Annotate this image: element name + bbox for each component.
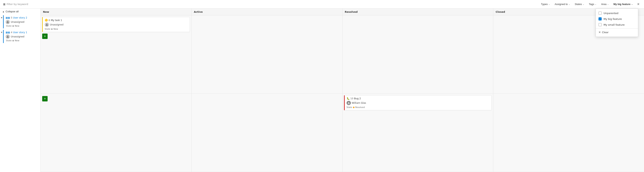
task-title-10: Bug 2 (354, 97, 361, 100)
states-filter-button[interactable]: States ⌄ (573, 2, 586, 6)
task-state-value-6: New (54, 28, 58, 30)
task-card-6[interactable]: 🟡 6 My task 1 Unassigned (42, 17, 190, 32)
toolbar: ▦ Filter by keyword Types ⌄ Assigned to … (0, 0, 644, 8)
story-header-1: ▦▦ 5 User story 2 (6, 16, 37, 19)
story-title-1[interactable]: User story 2 (13, 16, 27, 19)
task-id-10: 10 (350, 97, 353, 100)
tags-filter-button[interactable]: Tags ⌄ (587, 2, 598, 6)
col-header-resolved: Resolved (342, 8, 494, 15)
task-avatar-10 (346, 101, 351, 105)
task-state-value-10: Resolved (355, 106, 365, 109)
col-header-new: New (41, 8, 192, 15)
active-filter-button[interactable]: My big feature ⌄ (612, 2, 635, 6)
dropdown-item-unparented[interactable]: Unparented (596, 10, 638, 16)
clear-button[interactable]: ✕ Clear (596, 29, 638, 35)
my-big-feature-checkbox[interactable]: ✓ (598, 17, 602, 20)
add-card-btn-row1-new[interactable]: + (42, 34, 48, 39)
story-avatar-1 (6, 20, 10, 24)
active-filter-chevron-icon: ⌄ (631, 3, 633, 5)
task-icon-6: 🟡 (45, 19, 48, 22)
clear-x-icon: ✕ (598, 31, 601, 34)
story-assignee-2: Unassigned (6, 34, 37, 39)
my-big-feature-label: My big feature (604, 17, 622, 20)
states-chevron-icon: ⌄ (583, 3, 584, 5)
task-state-dot-10 (353, 107, 354, 108)
board-cell-row2-resolved: 🐛 10 Bug 2 William Glas (342, 94, 494, 172)
clear-label: Clear (602, 31, 608, 34)
story-state-1: State New (6, 25, 37, 27)
story-type-icon-2: ▦▦ (6, 31, 10, 34)
filter-placeholder[interactable]: Filter by keyword (6, 3, 28, 5)
close-filter-button[interactable]: ✕ (636, 1, 641, 7)
tags-chevron-icon: ⌄ (595, 3, 596, 5)
story-assignee-name-1: Unassigned (11, 21, 24, 23)
story-assignee-name-2: Unassigned (11, 35, 24, 38)
task-assignee-10: William Glas (346, 101, 490, 105)
main-area: ▲ Collapse all ▼ ▦▦ 5 User story 2 Unass… (0, 8, 644, 172)
story-state-dot-2 (12, 40, 14, 41)
story-state-dot-1 (12, 25, 14, 27)
types-chevron-icon: ⌄ (548, 3, 550, 5)
toolbar-right: Types ⌄ Assigned to ⌄ States ⌄ Tags ⌄ Ar… (539, 1, 641, 7)
board-cell-row2-new: + (41, 94, 192, 172)
board-row-2: + 🐛 10 Bug 2 (41, 94, 644, 172)
story-state-2: State New (6, 39, 37, 42)
filter-icon: ▦ (3, 3, 6, 5)
my-small-feature-label: My small feature (604, 23, 625, 26)
col-header-active: Active (192, 8, 342, 15)
task-state-6: State New (45, 28, 188, 30)
story-assignee-1: Unassigned (6, 20, 37, 24)
task-assignee-6: Unassigned (45, 23, 188, 27)
board-columns-header: New Active Resolved Closed (41, 8, 644, 15)
story-collapse-arrow-2[interactable]: ▼ (1, 31, 2, 33)
assigned-to-chevron-icon: ⌄ (568, 3, 570, 5)
story-title-2[interactable]: User story 1 (13, 31, 27, 34)
assigned-to-filter-button[interactable]: Assigned to ⌄ (553, 2, 572, 6)
add-card-btn-row2-new[interactable]: + (42, 96, 48, 101)
unparented-checkbox[interactable] (598, 11, 602, 15)
collapse-arrow-icon: ▲ (2, 10, 4, 13)
board-cell-row2-active (192, 94, 342, 172)
task-assignee-name-6: Unassigned (50, 23, 64, 26)
task-card-6-header: 🟡 6 My task 1 (45, 19, 188, 22)
story-state-value-1: New (15, 25, 19, 27)
task-assignee-name-10: William Glas (352, 102, 366, 104)
dropdown-item-my-small-feature[interactable]: My small feature (596, 22, 638, 28)
unparented-label: Unparented (604, 12, 618, 15)
sidebar: ▲ Collapse all ▼ ▦▦ 5 User story 2 Unass… (0, 8, 41, 172)
task-avatar-6 (45, 23, 49, 27)
board-sections: 🟡 6 My task 1 Unassigned (41, 15, 644, 172)
my-small-feature-checkbox[interactable] (598, 23, 602, 26)
board-cell-row1-active (192, 15, 342, 93)
board-content: 🟡 6 My task 1 Unassigned (41, 15, 644, 172)
story-id-1: 5 (11, 16, 12, 19)
board-row-1: 🟡 6 My task 1 Unassigned (41, 15, 644, 94)
collapse-all-button[interactable]: ▲ Collapse all (0, 8, 40, 14)
board-cell-row1-resolved (342, 15, 494, 93)
story-row-content-1: ▼ ▦▦ 5 User story 2 Unassigned State New (3, 15, 39, 28)
checkmark-icon: ✓ (599, 18, 601, 20)
area-chevron-icon: ⌄ (607, 3, 609, 5)
task-card-10-header: 🐛 10 Bug 2 (346, 97, 490, 100)
story-type-icon-1: ▦▦ (6, 16, 10, 19)
story-id-2: 4 (11, 31, 12, 34)
board-cell-row1-new: 🟡 6 My task 1 Unassigned (41, 15, 192, 93)
story-header-2: ▦▦ 4 User story 1 (6, 31, 37, 34)
dropdown-item-my-big-feature[interactable]: ✓ My big feature (596, 16, 638, 22)
story-row-2: ▼ ▦▦ 4 User story 1 Unassigned State New (3, 30, 39, 43)
filter-area: ▦ Filter by keyword (3, 3, 538, 5)
types-filter-button[interactable]: Types ⌄ (539, 2, 552, 6)
task-icon-10: 🐛 (346, 97, 350, 100)
story-row-content-2: ▼ ▦▦ 4 User story 1 Unassigned State New (3, 30, 39, 43)
task-title-6: My task 1 (51, 19, 62, 22)
task-state-10: State Resolved (346, 106, 490, 109)
task-card-10[interactable]: 🐛 10 Bug 2 William Glas (344, 95, 492, 110)
task-id-6: 6 (48, 19, 50, 22)
story-avatar-2 (6, 34, 10, 39)
board-cell-row2-closed (493, 94, 644, 172)
feature-dropdown-panel: Unparented ✓ My big feature My small fea… (596, 8, 638, 37)
board: New Active Resolved Closed (41, 8, 644, 172)
story-collapse-arrow-1[interactable]: ▼ (1, 17, 2, 19)
area-filter-button[interactable]: Area ⌄ (599, 2, 610, 6)
story-row-1: ▼ ▦▦ 5 User story 2 Unassigned State New (3, 15, 39, 28)
